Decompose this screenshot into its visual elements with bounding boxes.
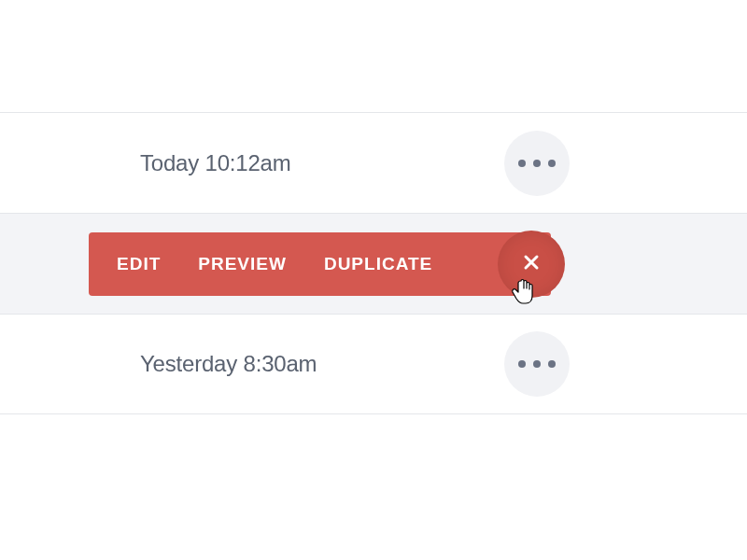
close-icon (523, 254, 540, 274)
action-bar: EDIT PREVIEW DUPLICATE (89, 232, 551, 296)
list-item: Today 10:12am (0, 112, 747, 213)
list-item: Yesterday 8:30am (0, 314, 747, 414)
more-icon (518, 360, 556, 368)
list-item: EDIT PREVIEW DUPLICATE (0, 213, 747, 314)
edit-button[interactable]: EDIT (117, 254, 161, 274)
more-button[interactable] (504, 131, 570, 196)
preview-button[interactable]: PREVIEW (198, 254, 287, 274)
timestamp: Today 10:12am (140, 150, 291, 176)
close-button[interactable] (498, 231, 565, 298)
item-list: Today 10:12am EDIT PREVIEW DUPLICATE (0, 112, 747, 414)
more-icon (518, 160, 556, 167)
more-button[interactable] (504, 331, 570, 397)
timestamp: Yesterday 8:30am (140, 351, 317, 377)
duplicate-button[interactable]: DUPLICATE (324, 254, 432, 274)
